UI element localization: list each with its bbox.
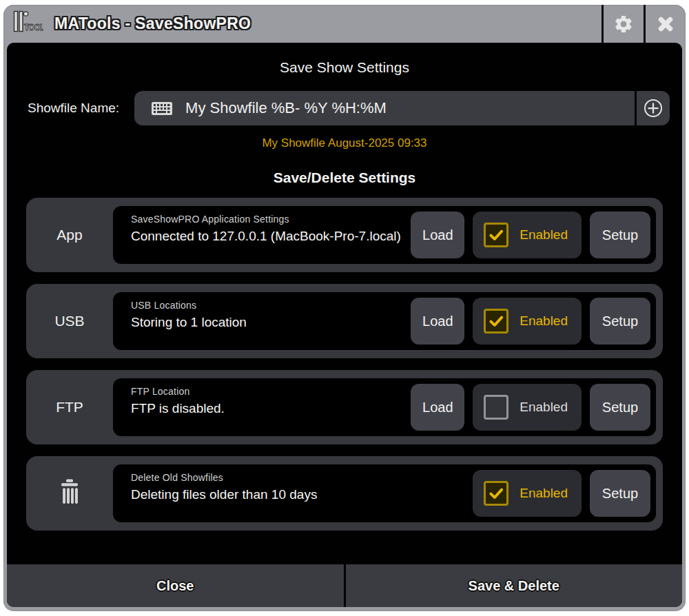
load-button[interactable]: Load (411, 298, 464, 345)
setup-button[interactable]: Setup (590, 384, 650, 431)
load-button[interactable]: Load (411, 212, 464, 258)
svg-text:TOOLS: TOOLS (24, 23, 43, 32)
add-icon (643, 98, 664, 119)
setup-button[interactable]: Setup (590, 212, 650, 258)
enabled-label: Enabled (520, 314, 568, 329)
enabled-toggle[interactable]: Enabled (473, 298, 582, 345)
row-controls: Load Enabled Setup (411, 384, 650, 431)
row-controls: Load Enabled Setup (411, 212, 650, 258)
showfile-preview-text: My Showfile August-2025 09:33 (7, 136, 682, 150)
add-token-button[interactable] (637, 91, 670, 125)
showfile-name-input[interactable]: My Showfile %B- %Y %H:%M (134, 91, 670, 125)
checkbox-icon (484, 223, 508, 247)
screen: TOOLS MATools - SaveShowPRO (0, 0, 689, 616)
setup-button[interactable]: Setup (590, 298, 650, 345)
setup-button[interactable]: Setup (590, 470, 650, 517)
enabled-label: Enabled (520, 227, 568, 243)
row-controls: Enabled Setup (473, 470, 650, 517)
showfile-name-row: Showfile Name: (28, 91, 670, 125)
row-label-ftp: FTP (26, 399, 113, 415)
load-button[interactable]: Load (411, 384, 464, 431)
gear-icon (613, 14, 634, 34)
titlebar: TOOLS MATools - SaveShowPRO (3, 5, 686, 43)
row-label-app: App (26, 227, 113, 243)
enabled-toggle[interactable]: Enabled (473, 212, 582, 258)
matools-window: TOOLS MATools - SaveShowPRO (3, 5, 686, 611)
save-and-delete-button[interactable]: Save & Delete (346, 564, 683, 607)
checkbox-icon (484, 309, 508, 333)
close-button[interactable]: Close (7, 564, 344, 607)
settings-row-usb: USB USB Locations Storing to 1 location … (26, 284, 663, 358)
matools-logo-icon: TOOLS (12, 9, 43, 39)
row-label-usb: USB (26, 313, 113, 329)
window-close-button[interactable] (646, 5, 686, 43)
titlebar-spacer (251, 5, 601, 43)
footer-bar: Close Save & Delete (7, 564, 682, 607)
enabled-toggle[interactable]: Enabled (473, 384, 582, 431)
save-show-settings-heading: Save Show Settings (7, 59, 682, 76)
showfile-name-value: My Showfile %B- %Y %H:%M (185, 99, 635, 117)
window-title: MATools - SaveShowPRO (54, 14, 251, 33)
enabled-label: Enabled (520, 400, 568, 415)
checkbox-icon (484, 481, 508, 506)
row-controls: Load Enabled Setup (411, 298, 650, 345)
close-icon (656, 14, 675, 34)
trash-icon (26, 478, 113, 509)
enabled-toggle[interactable]: Enabled (473, 470, 582, 517)
save-delete-settings-heading: Save/Delete Settings (7, 170, 682, 186)
settings-row-ftp: FTP FTP Location FTP is disabled. Load E… (26, 370, 663, 444)
settings-row-app: App SaveShowPRO Application Settings Con… (26, 198, 663, 272)
dialog-content: Save Show Settings Showfile Name: (7, 43, 682, 607)
settings-button[interactable] (604, 5, 644, 43)
keyboard-icon (151, 101, 173, 116)
settings-row-delete: Delete Old Showfiles Deleting files olde… (26, 456, 663, 531)
enabled-label: Enabled (520, 486, 568, 501)
showfile-name-label: Showfile Name: (28, 101, 119, 116)
checkbox-icon (484, 395, 508, 420)
